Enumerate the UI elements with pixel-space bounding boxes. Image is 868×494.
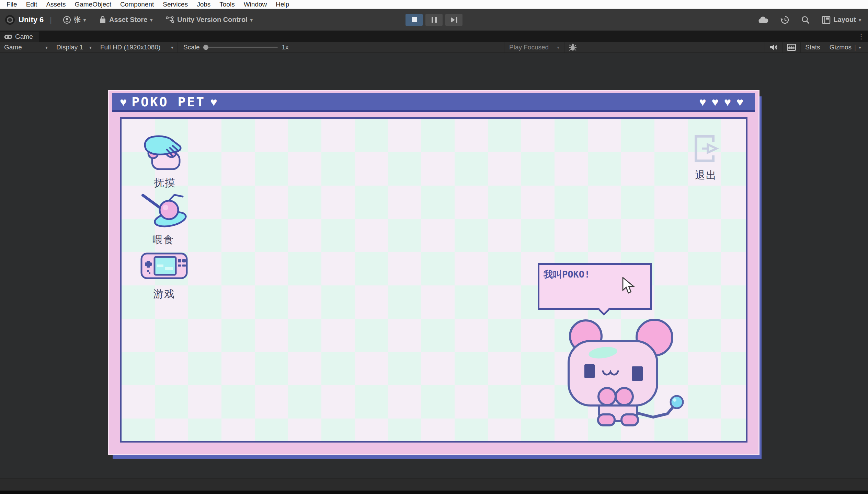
menu-window[interactable]: Window: [239, 0, 272, 9]
mute-audio-button[interactable]: [765, 42, 782, 52]
play-focused-group: Play Focused ▾: [504, 42, 581, 52]
bug-icon: [569, 43, 577, 51]
menu-services[interactable]: Services: [158, 0, 192, 9]
version-control-dropdown[interactable]: Unity Version Control ▾: [165, 16, 253, 24]
pet-button-label: 抚摸: [134, 176, 196, 190]
asset-store-dropdown[interactable]: Asset Store ▾: [99, 16, 152, 24]
minigame-button-label: 游戏: [133, 287, 195, 301]
layout-dropdown[interactable]: Layout ▾: [822, 16, 861, 24]
heart-icon: ♥: [120, 96, 127, 108]
version-control-label: Unity Version Control: [177, 16, 247, 24]
pet-button[interactable]: 抚摸: [134, 133, 196, 190]
stats-label: Stats: [805, 44, 820, 51]
chevron-down-icon: ▾: [859, 17, 861, 23]
shopping-bag-icon: [99, 16, 106, 24]
gizmos-label: Gizmos: [830, 44, 852, 51]
debug-button[interactable]: [564, 42, 581, 52]
gamepad-icon: [4, 34, 12, 39]
toolbar-divider: |: [50, 15, 52, 24]
account-dropdown[interactable]: 张 ▾: [63, 15, 86, 24]
chevron-down-icon: ▾: [45, 45, 48, 50]
chevron-down-icon: ▾: [89, 45, 92, 50]
scale-value: 1x: [282, 44, 289, 51]
pause-icon: [432, 17, 437, 23]
step-button[interactable]: [445, 14, 462, 26]
asset-store-label: Asset Store: [109, 16, 147, 24]
resolution-value: Full HD (1920x1080): [100, 44, 160, 51]
poko-window-titlebar: ♥ POKO PET ♥ ♥ ♥ ♥ ♥: [112, 93, 755, 112]
feed-button-label: 喂食: [133, 233, 194, 247]
keyboard-icon: [787, 44, 796, 51]
menu-tools[interactable]: Tools: [215, 0, 239, 9]
play-controls: [406, 14, 462, 26]
unity-logo-icon: [5, 15, 15, 25]
history-icon[interactable]: [780, 15, 789, 24]
tab-options-kebab-icon[interactable]: ⋮: [858, 32, 865, 40]
poko-window-title: POKO PET: [132, 94, 205, 109]
play-focused-dropdown[interactable]: Play Focused ▾: [504, 42, 564, 52]
resolution-dropdown[interactable]: Full HD (1920x1080) ▾: [96, 42, 178, 52]
game-tab-label: Game: [15, 33, 33, 40]
pause-button[interactable]: [425, 14, 443, 26]
step-icon: [451, 17, 457, 23]
chevron-down-icon: ▾: [557, 45, 559, 50]
spoon-cherry-icon: [139, 190, 187, 229]
account-icon: [63, 16, 71, 24]
search-icon[interactable]: [801, 15, 810, 24]
exit-door-arrow-icon: [690, 133, 721, 164]
account-name: 张: [74, 15, 81, 24]
menu-gameobject[interactable]: GameObject: [70, 0, 116, 9]
menu-assets[interactable]: Assets: [42, 0, 70, 9]
display-dropdown[interactable]: Display 1 ▾: [52, 42, 96, 52]
chevron-down-icon: ▾: [250, 17, 253, 23]
heart-icon: ♥: [699, 96, 706, 108]
chevron-down-icon: ▾: [150, 17, 152, 23]
scale-label: Scale: [183, 44, 200, 51]
window-bottom-edge: [0, 491, 868, 494]
chevron-down-icon: ▾: [859, 45, 861, 50]
speaker-icon: [769, 44, 778, 51]
health-hearts: ♥ ♥ ♥ ♥: [699, 96, 747, 108]
heart-icon: ♥: [736, 96, 743, 108]
unity-version-title: Unity 6: [19, 15, 44, 24]
scale-control: Scale 1x: [178, 44, 294, 51]
version-control-icon: [165, 16, 174, 24]
os-menu-bar: File Edit Assets GameObject Component Se…: [0, 0, 868, 9]
poko-window-content: 抚摸 喂食: [120, 117, 747, 443]
stats-button[interactable]: Stats: [800, 42, 824, 52]
menu-component[interactable]: Component: [116, 0, 158, 9]
stop-button[interactable]: [406, 14, 423, 26]
feed-button[interactable]: 喂食: [133, 190, 194, 247]
status-bar: [0, 478, 868, 494]
poko-pet-window: ♥ POKO PET ♥ ♥ ♥ ♥ ♥ 抚摸: [108, 90, 760, 455]
exit-button-label: 退出: [678, 168, 733, 183]
poko-pet-sprite[interactable]: [564, 316, 687, 427]
chevron-down-icon: ▾: [83, 17, 86, 23]
menu-edit[interactable]: Edit: [22, 0, 42, 9]
unity-toolbar: Unity 6 | 张 ▾ Asset Store ▾: [0, 9, 868, 31]
scale-slider[interactable]: [204, 47, 278, 48]
cloud-icon[interactable]: [758, 16, 769, 24]
menu-help[interactable]: Help: [271, 0, 294, 9]
exit-button[interactable]: 退出: [678, 133, 733, 183]
game-view-toolbar: Game ▾ Display 1 ▾ Full HD (1920x1080) ▾…: [0, 42, 868, 53]
gizmos-dropdown[interactable]: Gizmos | ▾: [825, 42, 868, 52]
tab-game[interactable]: Game: [0, 32, 39, 42]
layout-icon: [822, 16, 831, 24]
scale-slider-knob[interactable]: [203, 45, 208, 50]
screenshot-grid-button[interactable]: [782, 42, 800, 52]
heart-icon: ♥: [711, 96, 718, 108]
chevron-down-icon: ▾: [171, 45, 173, 50]
mouse-cursor-icon: [622, 277, 636, 295]
game-console-icon: [140, 249, 188, 283]
heart-icon: ♥: [724, 96, 731, 108]
petting-hand-icon: [142, 133, 188, 172]
stop-icon: [412, 17, 417, 22]
menu-file[interactable]: File: [2, 0, 22, 9]
game-viewport: ♥ POKO PET ♥ ♥ ♥ ♥ ♥ 抚摸: [0, 53, 868, 478]
menu-jobs[interactable]: Jobs: [192, 0, 215, 9]
minigame-button[interactable]: 游戏: [133, 249, 195, 301]
heart-icon: ♥: [210, 96, 217, 108]
speech-bubble-tail: [598, 304, 610, 316]
view-mode-dropdown[interactable]: Game ▾: [0, 42, 52, 52]
